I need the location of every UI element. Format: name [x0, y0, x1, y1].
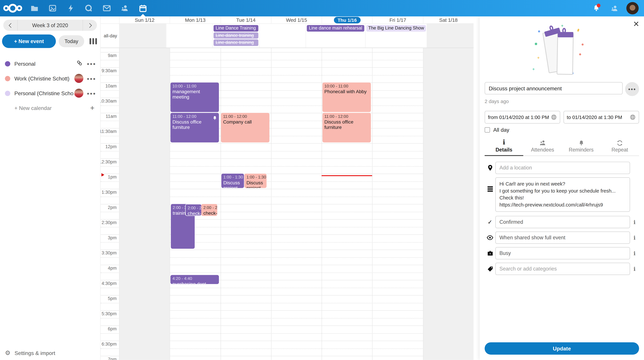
- day-header[interactable]: Wed 1/15: [271, 16, 322, 23]
- day-column[interactable]: [271, 48, 322, 360]
- start-datetime-label: from 01/14/2020 at 1:00 PM: [488, 114, 551, 120]
- all-day-cell[interactable]: [259, 24, 306, 48]
- day-column[interactable]: [119, 48, 170, 360]
- all-day-cell[interactable]: [166, 24, 212, 48]
- day-column[interactable]: 10:00 - 11:00Phonecall with Abby11:00 - …: [322, 48, 372, 360]
- all-day-cell[interactable]: Line dance main rehearsal: [306, 24, 365, 48]
- calendar-item-personal-shared[interactable]: Personal (Christine Scho… ●●●: [0, 86, 100, 101]
- all-day-toggle[interactable]: All day: [485, 127, 639, 133]
- timezone-globe-icon[interactable]: [551, 114, 557, 120]
- visibility-eye-icon: [485, 235, 496, 240]
- calendar-event[interactable]: 2:00 - 2:30check-in: [185, 204, 202, 216]
- close-icon[interactable]: ×: [633, 19, 639, 29]
- files-app-icon[interactable]: [26, 0, 44, 16]
- event-actions-menu-button[interactable]: ●●●: [625, 82, 639, 96]
- calendar-actions-icon[interactable]: ●●●: [87, 76, 96, 81]
- all-day-cell[interactable]: The Big Line Dancing Show: [365, 24, 427, 48]
- week-label[interactable]: Week 3 of 2020: [17, 20, 83, 31]
- time-label: 12:30pm: [100, 159, 117, 164]
- status-info-icon[interactable]: i: [630, 219, 639, 225]
- event-title-input[interactable]: [485, 82, 623, 94]
- time-label: 12pm: [105, 144, 116, 149]
- all-day-cell[interactable]: [119, 24, 166, 48]
- calendar-name: Personal: [14, 60, 77, 67]
- settings-import-button[interactable]: ⚙ Settings & import: [5, 349, 55, 357]
- confetti-plus: +: [532, 67, 535, 71]
- location-input[interactable]: [495, 162, 630, 174]
- day-column[interactable]: 10:00 - 11:00management meeting11:00 - 1…: [170, 48, 220, 360]
- visibility-select[interactable]: When shared show full event: [495, 232, 630, 244]
- tab-details[interactable]: i Details: [485, 138, 523, 156]
- new-event-button[interactable]: + New event: [2, 34, 56, 48]
- busy-info-icon[interactable]: i: [630, 250, 639, 256]
- day-header[interactable]: Sat 1/18: [423, 16, 474, 23]
- activity-app-icon[interactable]: [62, 0, 80, 16]
- talk-app-icon[interactable]: [80, 0, 98, 16]
- time-label: 9:30am: [102, 68, 117, 73]
- calendar-item-personal[interactable]: Personal ●●●: [0, 56, 100, 71]
- description-textarea[interactable]: Hi Carl! are you in next week? I got som…: [495, 177, 630, 212]
- calendar-actions-icon[interactable]: ●●●: [87, 91, 96, 95]
- calendar-app-icon[interactable]: [134, 0, 152, 16]
- mail-app-icon[interactable]: [98, 0, 116, 16]
- calendar-event[interactable]: 10:00 - 11:00management meeting: [170, 82, 219, 112]
- today-button[interactable]: Today: [59, 35, 84, 47]
- contacts-app-icon[interactable]: [116, 0, 134, 16]
- calendar-event[interactable]: 4:20 - 4:40purchasing dept: [170, 275, 219, 284]
- update-button[interactable]: Update: [485, 342, 639, 355]
- gear-icon: ⚙: [5, 349, 10, 357]
- all-day-event[interactable]: Line dance main rehearsal: [307, 25, 364, 31]
- day-header[interactable]: Sun 1/12: [119, 16, 170, 23]
- nextcloud-logo-icon[interactable]: [0, 3, 26, 13]
- timezone-globe-icon[interactable]: [630, 114, 636, 120]
- all-day-event[interactable]: Line Dance Training: [214, 25, 258, 31]
- day-column[interactable]: [372, 48, 423, 360]
- end-datetime-field[interactable]: to 01/14/2020 at 1:30 PM: [564, 111, 639, 123]
- calendar-event[interactable]: 11:00 - 12:00Discuss office furniture: [322, 113, 371, 142]
- previous-week-button[interactable]: [3, 20, 17, 31]
- view-toggle-icon[interactable]: [90, 38, 97, 44]
- calendar-event[interactable]: 11:00 - 12:00Company call: [221, 113, 270, 142]
- day-header[interactable]: Mon 1/13: [170, 16, 220, 23]
- all-day-cell[interactable]: Line Dance TrainingLine dance trainingLi…: [212, 24, 259, 48]
- day-header[interactable]: Fri 1/17: [372, 16, 423, 23]
- photos-app-icon[interactable]: [44, 0, 62, 16]
- calendar-event[interactable]: 2:00 - 2:30check-in: [201, 204, 217, 216]
- time-label: 3:30pm: [102, 250, 117, 255]
- busy-status-select[interactable]: Busy: [495, 247, 630, 259]
- day-header-label: Sat 1/18: [439, 17, 458, 23]
- tab-reminders[interactable]: Reminders: [562, 138, 600, 156]
- categories-info-icon[interactable]: i: [630, 266, 639, 272]
- editor-tabs: i Details Attendees Reminders: [485, 138, 639, 156]
- notifications-bell-icon[interactable]: [587, 0, 606, 16]
- calendar-event[interactable]: 1:00 - 1:30Discuss project announcement: [221, 174, 244, 188]
- status-select[interactable]: Confirmed: [495, 216, 630, 228]
- event-time: 11:00 - 12:00: [324, 114, 368, 119]
- all-day-checkbox[interactable]: [485, 127, 490, 133]
- day-column[interactable]: 11:00 - 12:00Company call1:00 - 1:30Disc…: [220, 48, 271, 360]
- contacts-menu-icon[interactable]: [606, 0, 624, 16]
- share-link-icon[interactable]: [76, 60, 83, 67]
- all-day-cell[interactable]: [427, 24, 474, 48]
- visibility-info-icon[interactable]: i: [630, 235, 639, 241]
- user-avatar[interactable]: [624, 0, 642, 16]
- calendar-event[interactable]: 11:00 - 12:00Discuss office furniture: [170, 113, 219, 142]
- day-column[interactable]: [423, 48, 474, 360]
- categories-input[interactable]: [495, 263, 630, 275]
- all-day-event[interactable]: Line dance training: [214, 39, 258, 46]
- tab-attendees[interactable]: Attendees: [523, 138, 562, 156]
- calendar-event[interactable]: 10:00 - 11:00Phonecall with Abby: [322, 82, 371, 112]
- day-header[interactable]: Thu 1/16: [322, 16, 372, 23]
- app-window: Week 3 of 2020 + New event Today Persona…: [0, 0, 644, 360]
- calendar-actions-icon[interactable]: ●●●: [87, 61, 96, 66]
- end-datetime-label: to 01/14/2020 at 1:30 PM: [567, 114, 630, 120]
- calendar-item-work[interactable]: Work (Christine Schott) ●●●: [0, 71, 100, 86]
- tab-repeat[interactable]: Repeat: [600, 138, 639, 156]
- new-calendar-button[interactable]: + New calendar +: [0, 101, 100, 115]
- next-week-button[interactable]: [83, 20, 97, 31]
- day-header[interactable]: Tue 1/14: [220, 16, 271, 23]
- all-day-event[interactable]: Line dance training: [214, 32, 258, 38]
- all-day-event[interactable]: The Big Line Dancing Show: [366, 25, 426, 31]
- start-datetime-field[interactable]: from 01/14/2020 at 1:00 PM: [485, 111, 560, 123]
- calendar-event[interactable]: 1:00 - 1:30Discuss project: [244, 174, 266, 188]
